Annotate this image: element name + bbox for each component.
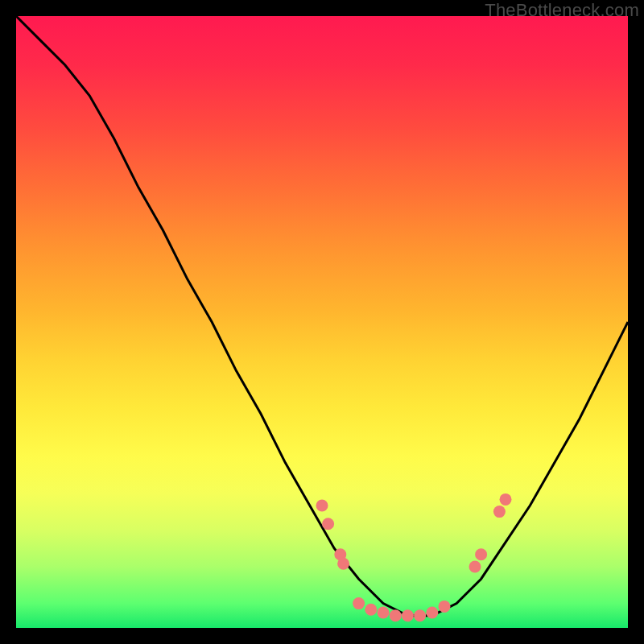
plot-area: [16, 16, 628, 628]
data-dot: [337, 558, 349, 570]
data-dot: [322, 518, 334, 530]
data-dot: [353, 597, 365, 609]
data-dot: [426, 607, 438, 619]
data-dot: [414, 609, 426, 621]
data-dot: [475, 548, 487, 560]
data-dot: [316, 500, 328, 512]
data-dot: [390, 609, 402, 621]
bottleneck-curve: [16, 16, 628, 628]
curve-line: [16, 16, 628, 616]
data-dot: [365, 604, 377, 616]
data-dot: [500, 493, 512, 506]
data-dot: [378, 607, 390, 619]
data-dot: [493, 506, 506, 518]
outer-frame: TheBottleneck.com: [0, 0, 644, 644]
data-dot: [402, 609, 414, 621]
dot-cluster: [316, 493, 512, 621]
data-dot: [469, 561, 481, 573]
data-dot: [439, 601, 451, 613]
watermark-label: TheBottleneck.com: [485, 0, 639, 21]
